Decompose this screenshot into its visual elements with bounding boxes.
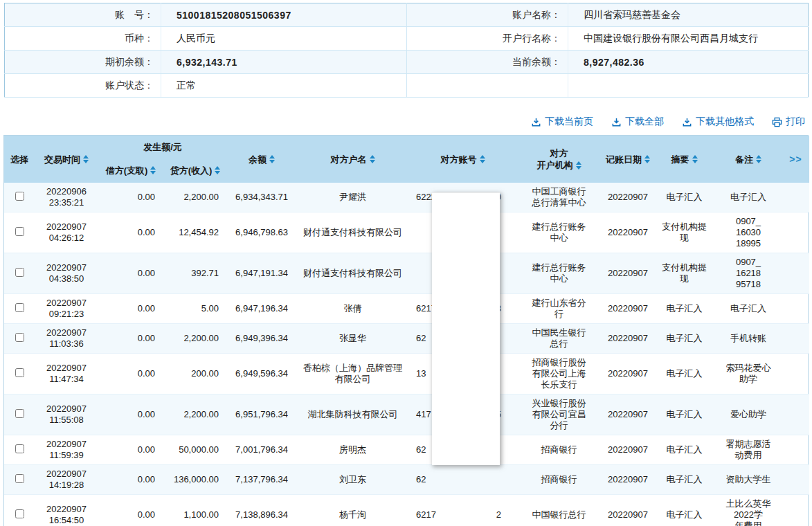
cell-select xyxy=(4,183,35,212)
bank-transaction-page: 账 号： 51001815208051506397 账户名称： 四川省索玛慈善基… xyxy=(0,0,812,526)
cell-select xyxy=(4,324,35,354)
download-icon xyxy=(682,117,692,127)
cell-counterparty-bank: 建行山东省分 行 xyxy=(516,294,602,324)
table-row: 2022090704:38:50 0.00 392.71 6,947,191.3… xyxy=(4,253,809,294)
cell-select xyxy=(4,394,35,435)
cell-select xyxy=(4,465,35,495)
cell-counterparty-name: 房明杰 xyxy=(296,435,409,465)
cell-select xyxy=(4,354,35,394)
download-current-page-link[interactable]: 下载当前页 xyxy=(531,116,593,128)
table-row: 2022090716:54:50 0.00 1,100.00 7,138,896… xyxy=(4,495,809,526)
col-header-credit[interactable]: 贷方(收入) xyxy=(163,158,227,183)
row-checkbox[interactable] xyxy=(15,409,24,418)
cell-counterparty-bank: 招商银行 xyxy=(516,465,602,495)
sort-icon[interactable] xyxy=(480,155,485,163)
cell-book-date: 20220907 xyxy=(602,183,654,212)
cell-counterparty-name: 张倩 xyxy=(296,294,409,324)
download-all-link[interactable]: 下载全部 xyxy=(611,116,664,128)
cell-more xyxy=(782,253,809,294)
cell-summary: 电子汇入 xyxy=(654,465,714,495)
cell-select xyxy=(4,294,35,324)
cell-book-date: 20220907 xyxy=(602,324,654,354)
table-row: 2022090714:19:28 0.00 136,000.00 7,137,7… xyxy=(4,465,809,495)
row-checkbox[interactable] xyxy=(15,303,24,312)
cell-transaction-time: 2022090711:55:08 xyxy=(35,394,98,435)
cell-debit: 0.00 xyxy=(98,354,163,394)
row-checkbox[interactable] xyxy=(15,509,24,518)
cell-more xyxy=(782,495,809,526)
cell-transaction-time: 2022090704:26:12 xyxy=(35,212,98,253)
cell-credit: 136,000.00 xyxy=(163,465,227,495)
cell-book-date: 20220907 xyxy=(602,465,654,495)
table-row: 2022090623:35:21 0.00 2,200.00 6,934,343… xyxy=(4,183,809,212)
cell-counterparty-bank: 招商银行股份 有限公司上海 长乐支行 xyxy=(516,354,602,394)
sort-icon[interactable] xyxy=(756,155,761,163)
cell-summary: 电子汇入 xyxy=(654,495,714,526)
cell-counterparty-bank: 建行总行账务 中心 xyxy=(516,253,602,294)
more-columns-link[interactable]: >> xyxy=(782,136,809,183)
sort-icon[interactable] xyxy=(692,155,698,163)
col-header-balance[interactable]: 余额 xyxy=(227,136,296,183)
col-header-counterparty[interactable]: 对方户名 xyxy=(296,136,409,183)
cell-counterparty-account: 62 xyxy=(409,465,516,495)
sort-icon[interactable] xyxy=(644,155,650,163)
row-checkbox[interactable] xyxy=(15,268,24,277)
cell-transaction-time: 2022090709:21:23 xyxy=(35,294,98,324)
cell-more xyxy=(782,435,809,465)
cell-debit: 0.00 xyxy=(98,495,163,526)
col-header-book-date[interactable]: 记账日期 xyxy=(602,136,654,183)
col-header-remark[interactable]: 备注 xyxy=(714,136,782,183)
cell-balance: 6,949,596.34 xyxy=(227,354,296,394)
row-checkbox[interactable] xyxy=(15,368,24,377)
col-header-time[interactable]: 交易时间 xyxy=(35,136,98,183)
cell-book-date: 20220907 xyxy=(602,294,654,324)
bank-name-value: 中国建设银行股份有限公司西昌月城支行 xyxy=(568,27,809,51)
cell-balance: 7,138,896.34 xyxy=(227,495,296,526)
cell-counterparty-bank: 招商银行 xyxy=(516,435,602,465)
cell-more xyxy=(782,212,809,253)
cell-book-date: 20220907 xyxy=(602,354,654,394)
sort-icon[interactable] xyxy=(215,166,220,174)
cell-remark: 资助大学生 xyxy=(714,465,782,495)
cell-counterparty-bank: 建行总行账务 中心 xyxy=(516,212,602,253)
table-row: 2022090711:47:34 0.00 200.00 6,949,596.3… xyxy=(4,354,809,394)
account-number-value: 51001815208051506397 xyxy=(161,3,407,27)
row-checkbox[interactable] xyxy=(15,474,24,483)
sort-icon[interactable] xyxy=(83,155,89,163)
table-row: 2022090711:03:36 0.00 2,200.00 6,949,396… xyxy=(4,324,809,354)
cell-credit: 12,454.92 xyxy=(163,212,227,253)
cell-debit: 0.00 xyxy=(98,183,163,212)
cell-balance: 6,934,343.71 xyxy=(227,183,296,212)
row-checkbox[interactable] xyxy=(15,333,24,342)
cell-balance: 6,949,396.34 xyxy=(227,324,296,354)
transactions-section: 选择 交易时间 发生额/元 余额 对方户名 对方账号 对方开户机构 记账日期 摘… xyxy=(3,135,809,526)
cell-debit: 0.00 xyxy=(98,465,163,495)
row-checkbox[interactable] xyxy=(15,227,24,236)
print-link[interactable]: 打印 xyxy=(772,116,805,128)
account-name-label: 账户名称： xyxy=(407,3,568,27)
col-header-account[interactable]: 对方账号 xyxy=(409,136,516,183)
cell-transaction-time: 2022090711:03:36 xyxy=(35,324,98,354)
print-icon xyxy=(772,117,782,127)
row-checkbox[interactable] xyxy=(15,192,24,201)
cell-more xyxy=(782,294,809,324)
sort-icon[interactable] xyxy=(269,155,275,163)
account-name-value: 四川省索玛慈善基金会 xyxy=(568,3,809,27)
currency-value: 人民币元 xyxy=(161,27,407,51)
row-checkbox[interactable] xyxy=(15,444,24,453)
cell-credit: 5.00 xyxy=(163,294,227,324)
cell-remark: 电子汇入 xyxy=(714,294,782,324)
cell-counterparty-name: 湖北集防科技有限公司 xyxy=(296,394,409,435)
col-header-summary[interactable]: 摘要 xyxy=(654,136,714,183)
download-other-format-link[interactable]: 下载其他格式 xyxy=(682,116,754,128)
cell-debit: 0.00 xyxy=(98,253,163,294)
cell-transaction-time: 2022090711:47:34 xyxy=(35,354,98,394)
cell-credit: 2,200.00 xyxy=(163,183,227,212)
col-header-bank[interactable]: 对方开户机构 xyxy=(516,136,602,183)
sort-icon[interactable] xyxy=(576,161,581,170)
cell-more xyxy=(782,465,809,495)
sort-icon[interactable] xyxy=(370,155,375,163)
col-header-debit[interactable]: 借方(支取) xyxy=(98,158,163,183)
sort-icon[interactable] xyxy=(150,166,156,174)
cell-credit: 200.00 xyxy=(163,354,227,394)
